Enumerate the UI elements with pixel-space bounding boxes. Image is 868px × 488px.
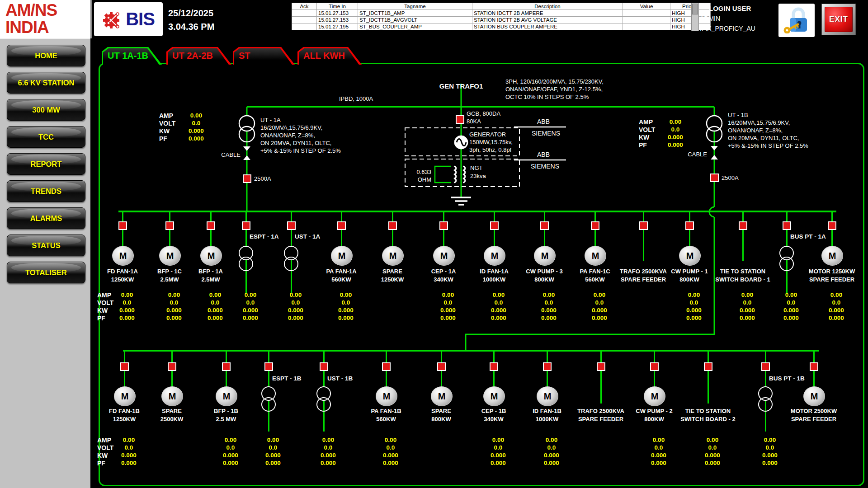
breaker-bfp-1c[interactable] — [165, 221, 174, 230]
ut1b-value: 0.0 — [657, 126, 693, 133]
cable-arrow-icon — [711, 146, 718, 150]
motor-icon-id-fan-1b[interactable]: M — [537, 386, 558, 406]
sidebar-button-report[interactable]: REPORT — [7, 153, 85, 175]
feeder-value-bus-pt-1b: 0.000 — [752, 460, 788, 466]
sidebar-button-300-mw[interactable]: 300 MW — [7, 99, 85, 121]
sidebar-button-tcc[interactable]: TCC — [7, 126, 85, 148]
feeder-value-bfp-1b: 0.00 — [212, 436, 249, 443]
breaker-motor-1250kw[interactable] — [828, 221, 836, 230]
breaker-cw-pump-2[interactable] — [650, 362, 659, 371]
gcb-rating-label: 80KA — [467, 117, 481, 125]
ut1a-incomer-breaker[interactable] — [243, 174, 251, 183]
motor-icon-cep-1a[interactable]: M — [433, 246, 455, 266]
feeder-value-id-fan-1b: 0.00 — [533, 436, 570, 443]
motor-icon-fd-fan-1b[interactable]: M — [114, 386, 136, 406]
feeder-value-motor-1250kw: 0.000 — [818, 314, 854, 321]
meas-label-top-pf: PF — [97, 314, 105, 322]
breaker-trafo-2500kva[interactable] — [639, 221, 648, 230]
ut1b-incomer-breaker[interactable] — [710, 174, 719, 182]
breaker-bfp-1b[interactable] — [222, 362, 231, 371]
transformer-icon-ust-1b[interactable] — [316, 397, 331, 412]
ngt-resistor-label: 0.633 OHM — [401, 168, 431, 183]
generator-label: GENERATOR 150MW,15.75kv, 3ph, 50hz, 0.8p… — [469, 131, 513, 154]
transformer-icon-bus-pt-1a[interactable] — [779, 257, 794, 271]
feeder-side-label-espt-1b: ESPT - 1B — [272, 375, 302, 382]
motor-icon-pa-fan-1c[interactable]: M — [585, 246, 606, 266]
feeder-value-id-fan-1a: 0.000 — [481, 314, 517, 321]
motor-icon-fd-fan-1a[interactable]: M — [112, 246, 134, 266]
transformer-icon-bus-pt-1b[interactable] — [758, 397, 773, 412]
motor-icon-cep-1b[interactable]: M — [483, 386, 505, 406]
breaker-fd-fan-1b[interactable] — [120, 362, 129, 371]
breaker-pa-fan-1b[interactable] — [382, 362, 391, 371]
ut1a-cable-label: CABLE — [214, 151, 241, 159]
sidebar-button-label: TRENDS — [7, 181, 85, 202]
breaker-id-fan-1b[interactable] — [543, 362, 552, 371]
breaker-tie-to-station[interactable] — [739, 221, 747, 230]
feeder-value-cep-1b: 0.000 — [480, 452, 516, 459]
breaker-cw-pump-3[interactable] — [540, 221, 549, 230]
sidebar-button-label: TOTALISER — [7, 262, 85, 283]
motor-icon-cw-pump-3[interactable]: M — [534, 246, 556, 266]
feeder-value-tie-to-station: 0.00 — [729, 291, 765, 298]
sidebar-button-label: STATUS — [7, 235, 85, 256]
feeder-value-cep-1b: 0.0 — [480, 444, 516, 451]
motor-icon-bfp-1c[interactable]: M — [159, 246, 181, 266]
transformer-icon-espt-1b[interactable] — [261, 397, 276, 412]
breaker-trafo-2500kva[interactable] — [597, 362, 605, 371]
motor-icon-id-fan-1a[interactable]: M — [484, 246, 505, 266]
motor-icon-bfp-1b[interactable]: M — [216, 386, 237, 406]
breaker-fd-fan-1a[interactable] — [118, 221, 127, 230]
motor-icon-cw-pump-1[interactable]: M — [679, 246, 701, 266]
sidebar-button-trends[interactable]: TRENDS — [7, 180, 85, 202]
feeder-value-tie-to-station: 0.00 — [694, 436, 731, 443]
sidebar-button-status[interactable]: STATUS — [7, 235, 85, 256]
breaker-spare[interactable] — [437, 362, 446, 371]
feeder-value-tie-to-station: 0.000 — [694, 460, 731, 466]
breaker-spare[interactable] — [168, 362, 176, 371]
breaker-ust-1a[interactable] — [287, 221, 296, 230]
motor-icon-pa-fan-1a[interactable]: M — [331, 246, 353, 266]
breaker-spare[interactable] — [388, 221, 397, 230]
feeder-value-ust-1a: 0.000 — [278, 314, 314, 321]
meas-label-ut1a-kw: KW — [159, 127, 170, 135]
transformer-icon-ust-1a[interactable] — [284, 257, 298, 271]
feeder-value-espt-1b: 0.000 — [255, 452, 291, 459]
breaker-bfp-1a[interactable] — [207, 221, 215, 230]
sidebar-button-label: TCC — [7, 127, 85, 147]
motor-icon-motor-2500kw[interactable]: M — [803, 386, 825, 406]
sidebar-button-label: 6.6 KV STATION — [7, 72, 85, 93]
feeder-value-cw-pump-2: 0.000 — [641, 452, 677, 459]
transformer-icon-espt-1a[interactable] — [239, 257, 253, 271]
ut1a-spec-block: UT - 1A 16/20MVA,15.75/6.9KV, ONAN/ONAF,… — [260, 116, 341, 155]
sidebar-button-alarms[interactable]: ALARMS — [7, 207, 85, 229]
sidebar-button-6-6-kv-station[interactable]: 6.6 KV STATION — [7, 72, 85, 94]
breaker-ust-1b[interactable] — [320, 362, 328, 371]
breaker-bus-pt-1b[interactable] — [761, 362, 770, 371]
ngt-coil-icon — [454, 166, 456, 183]
breaker-motor-2500kw[interactable] — [810, 362, 818, 371]
motor-icon-motor-1250kw[interactable]: M — [821, 246, 843, 266]
meas-label-bottom-kw: KW — [97, 452, 108, 459]
breaker-cep-1a[interactable] — [439, 221, 448, 230]
breaker-id-fan-1a[interactable] — [490, 221, 499, 230]
breaker-tie-to-station[interactable] — [704, 362, 712, 371]
breaker-bus-pt-1a[interactable] — [783, 221, 791, 230]
breaker-espt-1b[interactable] — [264, 362, 273, 371]
motor-icon-spare[interactable]: M — [431, 386, 453, 406]
sidebar-button-totaliser[interactable]: TOTALISER — [7, 262, 85, 283]
motor-icon-spare[interactable]: M — [382, 246, 404, 266]
breaker-cw-pump-1[interactable] — [685, 221, 694, 230]
breaker-pa-fan-1a[interactable] — [337, 221, 346, 230]
motor-icon-spare[interactable]: M — [161, 386, 183, 406]
motor-icon-cw-pump-2[interactable]: M — [644, 386, 665, 406]
sidebar-button-home[interactable]: HOME — [7, 45, 85, 66]
feeder-value-espt-1b: 0.00 — [255, 436, 291, 443]
gcb-breaker[interactable] — [456, 115, 464, 124]
feeder-value-ust-1b: 0.0 — [310, 444, 346, 451]
motor-icon-pa-fan-1b[interactable]: M — [376, 386, 397, 406]
breaker-cep-1b[interactable] — [490, 362, 498, 371]
breaker-espt-1a[interactable] — [242, 221, 250, 230]
motor-icon-bfp-1a[interactable]: M — [200, 246, 222, 266]
breaker-pa-fan-1c[interactable] — [591, 221, 599, 230]
